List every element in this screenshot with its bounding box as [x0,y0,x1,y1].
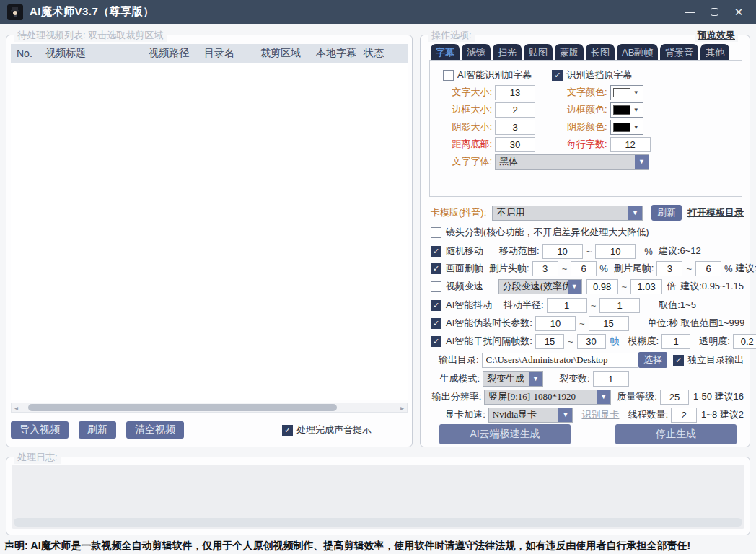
opacity-input[interactable] [733,334,756,349]
maximize-button[interactable] [708,6,720,18]
move-range-hint: 建议:6~12 [659,245,701,258]
border-size-input[interactable] [495,102,535,118]
minimize-button[interactable] [684,6,695,18]
output-dir-input[interactable] [482,353,638,368]
font-family-select[interactable]: 黑体 ▼ [495,154,649,170]
speed-max-input[interactable] [630,279,662,294]
preview-effect-link[interactable]: 预览效果 [695,29,738,42]
sound-tip-checkbox[interactable] [282,425,293,436]
options-group-title: 操作选项: [428,29,475,42]
stop-generate-button[interactable]: 停止生成 [615,424,737,444]
ai-add-subtitle-checkbox[interactable] [443,70,454,81]
shadow-color-dropdown[interactable]: ▼ [610,120,643,135]
standalone-dir-label: 独立目录输出 [687,353,744,366]
tilde-separator: ~ [622,281,628,292]
gpu-value: Nvidia显卡 [489,408,559,421]
video-list-group: 待处理视频列表: 双击选取裁剪区域 No. 视频标题 视频路径 目录名 裁剪区域… [6,35,413,447]
resolution-value: 竖屏[9:16]-1080*1920 [485,390,597,403]
jitter-min-input[interactable] [547,298,587,313]
jitter-max-input[interactable] [599,298,640,313]
opacity-label: 透明度: [699,335,730,348]
shadow-size-label: 阴影大小: [443,120,492,133]
chevron-down-icon: ▼ [633,124,639,131]
tail-frames-min-input[interactable] [656,261,682,276]
threads-input[interactable] [671,408,697,423]
chars-per-line-label: 每行字数: [567,138,607,151]
lens-split-label: 镜头分割(核心功能，不开启差异化处理大大降低) [446,226,649,239]
shadow-size-input[interactable] [495,120,535,135]
head-frames-max-input[interactable] [571,261,597,276]
move-range-min-input[interactable] [542,244,583,259]
lens-split-checkbox[interactable] [431,227,441,238]
border-color-dropdown[interactable]: ▼ [610,102,643,118]
interval-min-input[interactable] [535,334,564,349]
scrollbar-thumb[interactable] [28,404,337,411]
options-group: 操作选项: 预览效果 字幕 滤镜 扫光 贴图 蒙版 长图 AB融帧 背景音 其他… [420,35,750,447]
font-size-input[interactable] [495,85,535,100]
ai-jitter-checkbox[interactable] [431,300,441,311]
blur-input[interactable] [662,334,690,349]
tail-frames-max-input[interactable] [695,261,721,276]
detect-gpu-link[interactable]: 识别显卡 [581,408,619,421]
font-color-dropdown[interactable]: ▼ [610,85,643,100]
duration-max-input[interactable] [589,316,629,331]
ai-interfere-checkbox[interactable] [431,336,441,347]
refresh-list-button[interactable]: 刷新 [79,421,116,439]
disguise-hint: 单位:秒 取值范围1~999 [648,317,745,330]
ai-disguise-checkbox[interactable] [431,318,441,329]
disclaimer-text: 声明: AI魔术师是一款视频全自动剪辑软件，仅用于个人原创视频制作、提高剪辑效率… [0,537,756,554]
tilde-separator: ~ [562,263,568,274]
scroll-right-icon[interactable]: ▸ [397,404,407,412]
random-move-label: 随机移动 [446,245,493,258]
quality-hint: 1-50 建议16 [693,390,744,403]
app-logo-icon [7,4,23,20]
list-horizontal-scrollbar[interactable]: ◂ ▸ [11,403,408,413]
sound-tip-label: 处理完成声音提示 [296,423,372,436]
shadow-color-label: 阴影颜色: [567,120,607,133]
process-log-group: 处理日志: [6,457,750,535]
cloud-generate-button[interactable]: AI云端极速生成 [439,424,571,444]
ai-add-subtitle-label: AI智能识别加字幕 [457,69,532,82]
gen-mode-select[interactable]: 裂变生成 ▼ [483,371,543,387]
template-refresh-button[interactable]: 刷新 [651,205,682,221]
border-size-label: 边框大小: [443,103,492,116]
choose-dir-button[interactable]: 选择 [638,352,667,368]
speed-change-checkbox[interactable] [431,281,441,292]
duration-param-label: 时长参数: [492,317,532,330]
fission-count-input[interactable] [593,371,629,387]
chevron-down-icon: ▼ [597,390,610,404]
cover-original-subtitle-checkbox[interactable] [552,70,563,81]
column-crop: 裁剪区域 [255,47,310,60]
chars-per-line-input[interactable] [610,137,651,152]
head-frames-min-input[interactable] [532,261,558,276]
chevron-down-icon: ▼ [633,89,639,96]
video-list-body[interactable] [11,63,408,400]
random-move-checkbox[interactable] [431,246,441,257]
clear-videos-button[interactable]: 清空视频 [126,421,184,439]
interval-max-input[interactable] [577,334,606,349]
threads-label: 线程数量: [628,408,668,421]
duration-min-input[interactable] [535,316,576,331]
template-label: 卡模版(抖音): [431,206,486,219]
template-select[interactable]: 不启用 ▼ [492,206,643,221]
close-button[interactable]: ✕ [733,6,744,18]
scroll-left-icon[interactable]: ◂ [12,404,21,412]
move-range-max-input[interactable] [595,244,636,259]
bottom-distance-input[interactable] [495,137,535,152]
threads-hint: 1~8 建议2 [701,408,744,421]
frame-delete-checkbox[interactable] [431,263,441,274]
open-template-dir-link[interactable]: 打开模板目录 [687,206,744,219]
move-range-label: 移动范围: [499,245,540,258]
gpu-select[interactable]: Nvidia显卡 ▼ [488,408,573,423]
import-video-button[interactable]: 导入视频 [11,421,69,439]
speed-mode-select[interactable]: 分段变速(效率优 ▼ [498,279,582,294]
standalone-dir-checkbox[interactable] [673,355,684,366]
jitter-radius-label: 抖动半径: [504,299,544,312]
speed-min-input[interactable] [586,279,618,294]
process-log-area[interactable] [12,465,744,529]
ai-jitter-label: AI智能抖动 [446,299,504,312]
interval-frames-label: 间隔帧数: [492,335,532,348]
log-scrollbar[interactable] [14,518,742,527]
quality-input[interactable] [660,390,689,405]
resolution-select[interactable]: 竖屏[9:16]-1080*1920 ▼ [484,390,611,405]
